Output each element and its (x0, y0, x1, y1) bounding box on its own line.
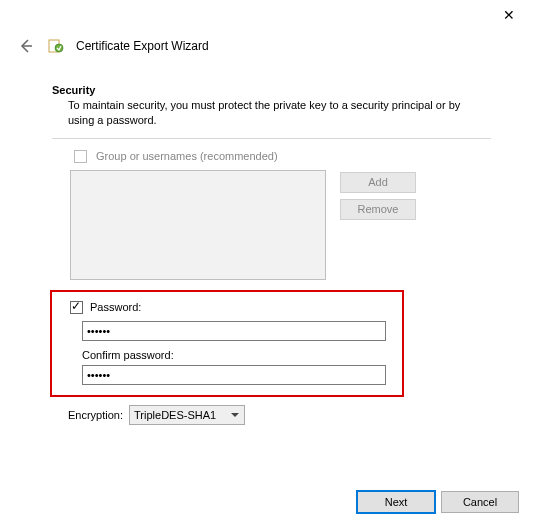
confirm-password-input[interactable] (82, 365, 386, 385)
section-heading: Security (52, 84, 491, 96)
encryption-label: Encryption: (68, 409, 123, 421)
password-checkbox[interactable] (70, 301, 83, 314)
next-button[interactable]: Next (357, 491, 435, 513)
remove-button: Remove (340, 199, 416, 220)
password-label: Password: (90, 301, 141, 313)
password-section-highlight: Password: Confirm password: (50, 290, 404, 397)
confirm-password-label: Confirm password: (82, 349, 386, 361)
section-description: To maintain security, you must protect t… (52, 98, 462, 128)
group-usernames-label: Group or usernames (recommended) (96, 150, 278, 162)
principals-listbox (70, 170, 326, 280)
password-input[interactable] (82, 321, 386, 341)
wizard-title: Certificate Export Wizard (76, 39, 209, 53)
encryption-select[interactable] (129, 405, 245, 425)
add-button: Add (340, 172, 416, 193)
certificate-icon (48, 38, 64, 54)
divider (52, 138, 491, 139)
close-icon[interactable]: ✕ (497, 6, 521, 24)
group-usernames-checkbox (74, 150, 87, 163)
cancel-button[interactable]: Cancel (441, 491, 519, 513)
back-arrow-icon[interactable] (16, 36, 36, 56)
wizard-header: Certificate Export Wizard (0, 30, 535, 56)
